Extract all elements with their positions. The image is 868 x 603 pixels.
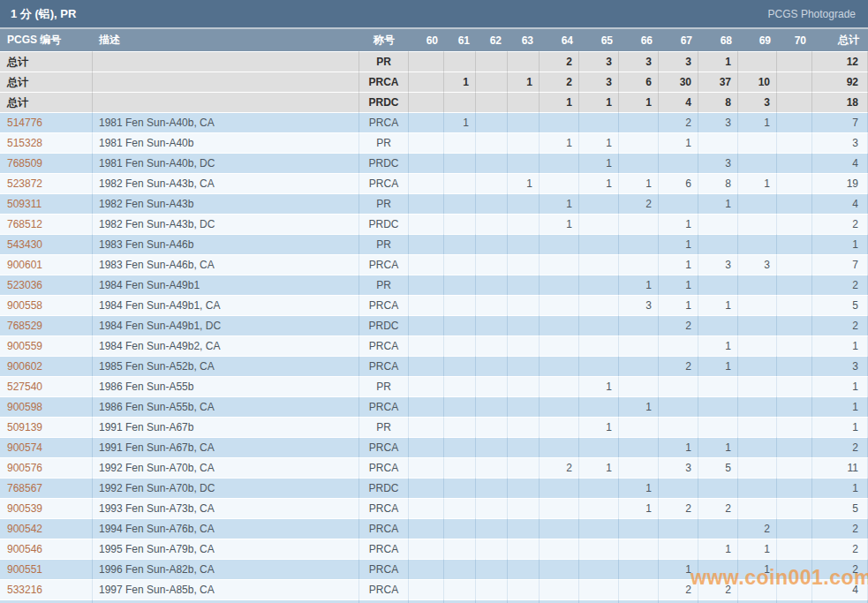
grade-count-70	[777, 295, 812, 315]
grade-count-70	[777, 376, 812, 396]
summary-grade-count-62	[476, 72, 508, 92]
column-header-61: 61	[444, 29, 476, 51]
pcgs-number-link[interactable]: 509139	[0, 417, 93, 437]
pcgs-number-link[interactable]: 900558	[0, 295, 93, 315]
grade-count-61	[444, 579, 476, 599]
table-row-partial	[0, 599, 868, 603]
column-header-66: 66	[619, 29, 659, 51]
grade-count-65	[579, 335, 619, 356]
grade-count-69	[738, 315, 777, 335]
grade-count-62	[476, 478, 508, 498]
grade-count-66: 1	[619, 396, 659, 417]
pcgs-number-link[interactable]: 768509	[0, 153, 93, 173]
grade-count-70	[777, 539, 812, 559]
total-count: 1	[812, 234, 868, 254]
page-title: 1 分 (铝), PR	[11, 6, 76, 22]
grade-count-65	[579, 356, 619, 376]
pcgs-number-link[interactable]: 768567	[0, 478, 93, 498]
grade-count-70	[777, 498, 812, 518]
pcgs-number-link[interactable]: 768512	[0, 214, 93, 234]
grade-count-65	[579, 579, 619, 599]
grade-count-63	[508, 315, 540, 335]
grade-count-63	[508, 396, 540, 417]
grade-count-65	[579, 437, 619, 457]
coin-description: 1997 Fen Sun-A85b, CA	[93, 579, 359, 599]
grade-count-68	[698, 559, 738, 579]
grade-count-66	[619, 132, 659, 153]
pcgs-number-link[interactable]: 509311	[0, 193, 93, 214]
pcgs-population-report-page: 1 分 (铝), PR PCGS Photograde PCGS 编号描述称号6…	[0, 0, 868, 603]
grade-count-62	[476, 173, 508, 193]
summary-grade-count-70	[777, 51, 812, 72]
grade-count-70	[777, 254, 812, 275]
coin-description: 1985 Fen Sun-A52b, CA	[93, 356, 359, 376]
grade-count-62	[476, 132, 508, 153]
pcgs-number-link[interactable]: 768529	[0, 315, 93, 335]
coin-description: 1995 Fen Sun-A79b, CA	[93, 539, 359, 559]
grade-count-70	[777, 559, 812, 579]
pcgs-number-link[interactable]: 900546	[0, 539, 93, 559]
grade-count-63	[508, 112, 540, 132]
grade-count-67	[659, 539, 698, 559]
grade-count-63	[508, 234, 540, 254]
empty-cell	[444, 599, 476, 603]
grade-count-70	[777, 193, 812, 214]
pcgs-number-link[interactable]: 900576	[0, 457, 93, 478]
summary-grade-count-65: 1	[579, 92, 619, 112]
pcgs-number-link[interactable]: 900551	[0, 559, 93, 579]
coin-description: 1984 Fen Sun-A49b1, CA	[93, 295, 359, 315]
grade-count-68: 1	[698, 437, 738, 457]
designation: PRCA	[359, 498, 409, 518]
grade-count-64	[540, 153, 579, 173]
total-count: 11	[812, 457, 868, 478]
grade-count-69	[738, 396, 777, 417]
total-count: 2	[812, 559, 868, 579]
pcgs-number-link[interactable]: 523872	[0, 173, 93, 193]
summary-row-prdc: 总计PRDC11148318	[0, 92, 868, 112]
pcgs-number-link[interactable]: 900574	[0, 437, 93, 457]
grade-count-68	[698, 214, 738, 234]
column-header-desc: 描述	[93, 29, 359, 51]
grade-count-68: 3	[698, 112, 738, 132]
total-count: 2	[812, 275, 868, 295]
grade-count-63	[508, 417, 540, 437]
summary-grade-count-62	[476, 92, 508, 112]
summary-grade-count-64: 1	[540, 92, 579, 112]
pcgs-number-link[interactable]: 533216	[0, 579, 93, 599]
grade-count-61	[444, 437, 476, 457]
grade-count-69: 1	[738, 112, 777, 132]
empty-cell	[0, 599, 93, 603]
table-row: 7685121982 Fen Sun-A43b, DCPRDC112	[0, 214, 868, 234]
grade-count-61	[444, 356, 476, 376]
summary-description	[93, 92, 359, 112]
grade-count-61	[444, 498, 476, 518]
grade-count-70	[777, 437, 812, 457]
summary-designation: PR	[359, 51, 409, 72]
pcgs-number-link[interactable]: 527540	[0, 376, 93, 396]
pcgs-number-link[interactable]: 900601	[0, 254, 93, 275]
pcgs-number-link[interactable]: 900598	[0, 396, 93, 417]
grade-count-64: 1	[540, 214, 579, 234]
pcgs-number-link[interactable]: 515328	[0, 132, 93, 153]
grade-count-70	[777, 457, 812, 478]
photograde-link[interactable]: PCGS Photograde	[768, 8, 856, 20]
grade-count-67	[659, 376, 698, 396]
grade-count-69: 1	[738, 559, 777, 579]
empty-cell	[93, 599, 359, 603]
grade-count-69	[738, 295, 777, 315]
grade-count-63	[508, 193, 540, 214]
grade-count-66	[619, 234, 659, 254]
grade-count-67	[659, 153, 698, 173]
pcgs-number-link[interactable]: 514776	[0, 112, 93, 132]
pcgs-number-link[interactable]: 900602	[0, 356, 93, 376]
grade-count-63	[508, 356, 540, 376]
pcgs-number-link[interactable]: 900559	[0, 335, 93, 356]
pcgs-number-link[interactable]: 543430	[0, 234, 93, 254]
table-row: 5332161997 Fen Sun-A85b, CAPRCA224	[0, 579, 868, 599]
pcgs-number-link[interactable]: 900542	[0, 518, 93, 539]
grade-count-66	[619, 437, 659, 457]
pcgs-number-link[interactable]: 523036	[0, 275, 93, 295]
grade-count-67: 2	[659, 579, 698, 599]
pcgs-number-link[interactable]: 900539	[0, 498, 93, 518]
grade-count-64: 1	[540, 193, 579, 214]
